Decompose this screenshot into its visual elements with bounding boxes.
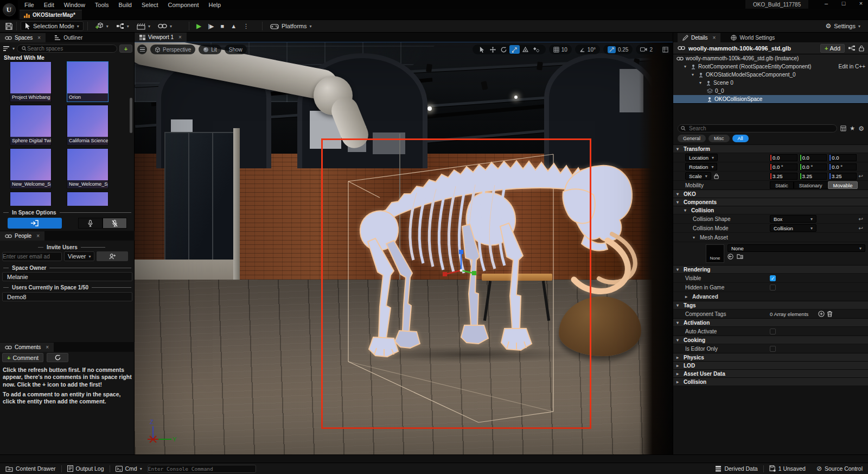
space-card[interactable]: New_Welcome_Sp... bbox=[67, 148, 108, 189]
section-transform[interactable]: ▾ Transform bbox=[673, 144, 868, 153]
search-spaces-input[interactable] bbox=[17, 45, 117, 53]
selection-mode-dropdown[interactable]: Selection Mode ▾ bbox=[21, 21, 84, 31]
caret-down-icon[interactable]: ▾ bbox=[684, 64, 688, 69]
invite-user-button[interactable] bbox=[97, 251, 128, 261]
tab-outliner[interactable]: Outliner bbox=[50, 33, 87, 42]
space-card-selected[interactable]: Orion bbox=[67, 61, 108, 102]
menu-file[interactable]: File bbox=[20, 1, 39, 9]
space-card[interactable] bbox=[67, 192, 108, 206]
rotation-snap-control[interactable]: 10° bbox=[575, 45, 600, 54]
tree-row-rootcomponent[interactable]: ▾ RootComponent (RootSpaceEntityComponen… bbox=[673, 62, 868, 71]
row-advanced[interactable]: ▸ Advanced bbox=[673, 292, 868, 301]
filter-misc[interactable]: Misc bbox=[709, 135, 730, 142]
chevron-down-icon[interactable]: ▾ bbox=[12, 46, 15, 51]
mic-on-button[interactable] bbox=[78, 218, 103, 229]
tree-row-collisionspace-selected[interactable]: OKOCollisionSpace bbox=[673, 95, 868, 103]
scale-x-field[interactable]: 3.25 bbox=[770, 173, 797, 180]
mobility-stationary[interactable]: Stationary bbox=[794, 181, 828, 189]
section-oko[interactable]: ▾ OKO bbox=[673, 189, 868, 198]
caret-down-icon[interactable]: ▾ bbox=[699, 80, 704, 85]
use-selected-icon[interactable] bbox=[727, 254, 733, 260]
grid-snap-control[interactable]: 10 bbox=[549, 45, 572, 54]
mobility-static[interactable]: Static bbox=[770, 181, 794, 189]
rotation-dropdown[interactable]: Rotation▾ bbox=[685, 163, 717, 170]
cmd-dropdown[interactable]: Cmd ▾ bbox=[110, 463, 148, 474]
tree-row-0-0[interactable]: 0_0 bbox=[673, 87, 868, 95]
favorites-icon[interactable]: ★ bbox=[850, 125, 855, 132]
platforms-dropdown[interactable]: Platforms ▾ bbox=[266, 22, 315, 30]
reset-collision-mode[interactable]: ↩ bbox=[859, 225, 865, 231]
scale-tool[interactable] bbox=[509, 45, 520, 54]
cinematics-button[interactable]: ▾ bbox=[133, 22, 154, 31]
space-card[interactable]: Project Whizbang bbox=[10, 61, 52, 102]
world-space-toggle[interactable] bbox=[520, 45, 531, 54]
tree-row-staticmodel[interactable]: ▾ OKOStaticModelSpaceComponent_0 bbox=[673, 71, 868, 79]
space-card[interactable]: New_Welcome_Sp... bbox=[10, 148, 52, 189]
scale-dropdown[interactable]: Scale▾ bbox=[685, 172, 711, 180]
lock-icon[interactable] bbox=[859, 45, 864, 52]
menu-select[interactable]: Select bbox=[137, 1, 163, 9]
section-collision[interactable]: ▸ Collision bbox=[673, 377, 868, 385]
add-space-button[interactable]: + bbox=[119, 45, 132, 53]
viewport-options-menu[interactable] bbox=[137, 45, 147, 54]
minimize-button[interactable]: – bbox=[821, 0, 831, 7]
menu-edit[interactable]: Edit bbox=[39, 1, 59, 9]
add-element-icon[interactable] bbox=[818, 311, 825, 317]
close-button[interactable]: × bbox=[856, 0, 866, 7]
blueprints-button[interactable]: ▾ bbox=[112, 22, 133, 31]
section-coo king[interactable]: ▾ Cooking bbox=[673, 336, 868, 344]
auto-activate-checkbox[interactable] bbox=[770, 328, 776, 334]
location-y-field[interactable]: 0.0 bbox=[800, 154, 827, 161]
location-x-field[interactable]: 0.0 bbox=[770, 154, 797, 161]
mesh-asset-thumbnail[interactable]: None bbox=[706, 244, 724, 263]
perspective-dropdown[interactable]: Perspective bbox=[150, 45, 195, 54]
menu-window[interactable]: Window bbox=[59, 1, 90, 9]
section-rendering[interactable]: ▾ Rendering bbox=[673, 265, 868, 273]
spaces-scrollbar[interactable] bbox=[130, 98, 132, 133]
mesh-asset-dropdown[interactable]: None▾ bbox=[727, 244, 865, 252]
add-actor-button[interactable]: ▾ bbox=[92, 21, 112, 31]
space-card[interactable]: California Science... bbox=[67, 105, 108, 146]
source-control-button[interactable]: ⊘ Source Control bbox=[811, 463, 868, 474]
eject-button[interactable]: ▲ bbox=[231, 23, 237, 29]
tree-row-instance[interactable]: woolly-mammoth-100k-4096_std.glb (Instan… bbox=[673, 54, 868, 62]
filter-all[interactable]: All bbox=[732, 135, 749, 142]
output-log-button[interactable]: Output Log bbox=[62, 463, 110, 474]
section-tags[interactable]: ▾ Tags bbox=[673, 301, 868, 309]
tab-viewport1[interactable]: Viewport 1 × bbox=[135, 33, 187, 42]
menu-tools[interactable]: Tools bbox=[90, 1, 114, 9]
visible-checkbox[interactable]: ✓ bbox=[770, 275, 776, 281]
maximize-viewport-button[interactable] bbox=[660, 45, 670, 54]
details-search-input[interactable] bbox=[678, 124, 837, 132]
reset-scale-button[interactable]: ↩ bbox=[859, 173, 865, 179]
location-dropdown[interactable]: Location▾ bbox=[685, 154, 718, 161]
scale-lock-icon[interactable] bbox=[714, 173, 719, 179]
tab-spaces[interactable]: Spaces × bbox=[0, 33, 46, 42]
tab-world-settings[interactable]: World Settings bbox=[726, 33, 780, 42]
add-comment-button[interactable]: + Comment bbox=[2, 353, 43, 362]
surface-snap-toggle[interactable] bbox=[531, 45, 541, 54]
frame-skip-button[interactable]: |▶ bbox=[208, 23, 214, 30]
link-button[interactable]: ▾ bbox=[154, 22, 176, 30]
filter-general[interactable]: General bbox=[678, 135, 706, 142]
caret-down-icon[interactable]: ▾ bbox=[693, 235, 697, 240]
trash-icon[interactable] bbox=[827, 311, 833, 317]
mobility-movable[interactable]: Movable bbox=[828, 181, 858, 189]
section-physics[interactable]: ▸ Physics bbox=[673, 353, 868, 361]
select-tool[interactable] bbox=[477, 45, 487, 54]
scale-y-field[interactable]: 3.25 bbox=[800, 173, 827, 180]
settings-dropdown[interactable]: ⚙ Settings ▾ bbox=[825, 22, 860, 30]
close-icon[interactable]: × bbox=[36, 233, 40, 239]
refresh-comments-button[interactable] bbox=[47, 353, 68, 362]
settings-gear-icon[interactable]: ⚙ bbox=[858, 125, 864, 132]
space-card[interactable] bbox=[10, 192, 52, 206]
add-component-button[interactable]: + Add bbox=[820, 44, 845, 53]
close-icon[interactable]: × bbox=[178, 34, 182, 40]
viewer-role-dropdown[interactable]: Viewer ▾ bbox=[64, 251, 94, 261]
hidden-in-game-checkbox[interactable] bbox=[770, 285, 776, 290]
reset-collision-shape[interactable]: ↩ bbox=[859, 216, 865, 222]
filter-icon[interactable] bbox=[2, 46, 10, 51]
is-editor-only-checkbox[interactable] bbox=[770, 346, 776, 352]
section-activation[interactable]: ▾ Activation bbox=[673, 318, 868, 326]
browse-to-asset-icon[interactable] bbox=[737, 254, 743, 260]
